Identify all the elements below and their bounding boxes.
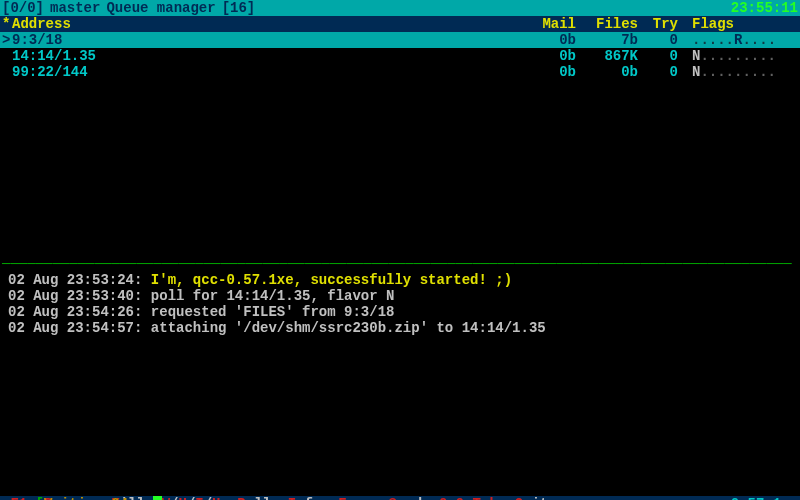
- help-hotkey[interactable]: H: [212, 496, 220, 500]
- row-flags: .....R....: [692, 32, 788, 48]
- log-message: requested 'FILES' from 9:3/18: [142, 304, 394, 320]
- help-hotkey[interactable]: 0-9;Tab: [439, 496, 498, 500]
- log-empty-space: [0, 336, 800, 464]
- status-waiting: Waiting 64...: [44, 496, 153, 500]
- log-message: poll for 14:14/1.35, flavor N: [142, 288, 394, 304]
- row-files: 867K: [576, 48, 638, 64]
- row-address: 99:22/144: [12, 64, 522, 80]
- queue-counter: [0/0]: [2, 0, 44, 16]
- status-bracket-open: [: [36, 496, 44, 500]
- log-message: I'm, qcc-0.57.1xe, successfully started!…: [142, 272, 512, 288]
- queue-size: [16]: [222, 0, 256, 16]
- cursor-icon: [153, 496, 162, 500]
- help-hotkey[interactable]: W: [162, 496, 170, 500]
- help-label: ,: [498, 496, 515, 500]
- row-address: 14:14/1.35: [12, 48, 522, 64]
- log-timestamp: 02 Aug 23:53:40:: [8, 288, 142, 304]
- row-try: 0: [638, 32, 678, 48]
- app-name: master: [50, 0, 100, 16]
- row-mail: 0b: [522, 32, 576, 48]
- help-label: /: [170, 496, 178, 500]
- window-title: Queue manager: [106, 0, 215, 16]
- table-row[interactable]: >9:3/180b7b0.....R....: [0, 32, 800, 48]
- row-marker: >: [2, 32, 12, 48]
- help-hotkey[interactable]: I: [288, 496, 296, 500]
- help-hotkey[interactable]: I: [195, 496, 203, 500]
- col-try: Try: [638, 16, 678, 32]
- help-hotkey[interactable]: P: [237, 496, 245, 500]
- row-try: 0: [638, 64, 678, 80]
- help-label: /: [187, 496, 195, 500]
- pane-divider: ────────────────────────────────────────…: [0, 256, 800, 272]
- help-hotkey[interactable]: Q: [515, 496, 523, 500]
- col-flags: Flags: [692, 16, 788, 32]
- clock: 23:55:11: [731, 0, 798, 16]
- row-try: 0: [638, 48, 678, 64]
- help-label: nfo,: [296, 496, 338, 500]
- help-hotkey[interactable]: F: [338, 496, 346, 500]
- row-flags: N.........: [692, 48, 788, 64]
- log-line: 02 Aug 23:54:26: requested 'FILES' from …: [0, 304, 800, 320]
- row-mail: 0b: [522, 48, 576, 64]
- title-bar: [0/0] master Queue manager [16] 23:55:11: [0, 0, 800, 16]
- version-label: qcc-0.57.1xe: [697, 496, 798, 500]
- log-timestamp: 02 Aug 23:54:57:: [8, 320, 142, 336]
- log-timestamp: 02 Aug 23:53:24:: [8, 272, 142, 288]
- column-header: * Address Mail Files Try Flags: [0, 16, 800, 32]
- log-pane: 02 Aug 23:53:24: I'm, qcc-0.57.1xe, succ…: [0, 272, 800, 336]
- col-files: Files: [576, 16, 638, 32]
- col-star: *: [2, 16, 12, 32]
- table-row[interactable]: 99:22/1440b0b0N.........: [0, 64, 800, 80]
- row-files: 0b: [576, 64, 638, 80]
- app-root: [0/0] master Queue manager [16] 23:55:11…: [0, 0, 800, 500]
- row-marker: [2, 64, 12, 80]
- log-bottom-border: └───────────────────────────────────────…: [0, 464, 800, 480]
- status-line: [Waiting 64...: [0, 480, 800, 496]
- log-line: 02 Aug 23:54:57: attaching '/dev/shm/ssr…: [0, 320, 800, 336]
- log-line: 02 Aug 23:53:40: poll for 14:14/1.35, fl…: [0, 288, 800, 304]
- queue-empty-space: [0, 80, 800, 256]
- table-row[interactable]: 14:14/1.350b867K0N.........: [0, 48, 800, 64]
- row-address: 9:3/18: [12, 32, 522, 48]
- help-label: uit: [523, 496, 548, 500]
- row-mail: 0b: [522, 64, 576, 80]
- help-label: /: [204, 496, 212, 500]
- log-message: attaching '/dev/shm/ssrc230b.zip' to 14:…: [142, 320, 545, 336]
- row-files: 7b: [576, 32, 638, 48]
- log-line: 02 Aug 23:53:24: I'm, qcc-0.57.1xe, succ…: [0, 272, 800, 288]
- help-label: oll,: [246, 496, 288, 500]
- help-label: end,: [397, 496, 439, 500]
- row-marker: [2, 48, 12, 64]
- help-hotkey[interactable]: U: [178, 496, 186, 500]
- log-timestamp: 02 Aug 23:54:26:: [8, 304, 142, 320]
- col-address: Address: [12, 16, 522, 32]
- col-mail: Mail: [522, 16, 576, 32]
- row-flags: N.........: [692, 64, 788, 80]
- help-label: req,: [347, 496, 389, 500]
- queue-list: >9:3/180b7b0.....R.... 14:14/1.350b867K0…: [0, 32, 800, 80]
- help-hotkey[interactable]: S: [389, 496, 397, 500]
- help-label: ,: [221, 496, 238, 500]
